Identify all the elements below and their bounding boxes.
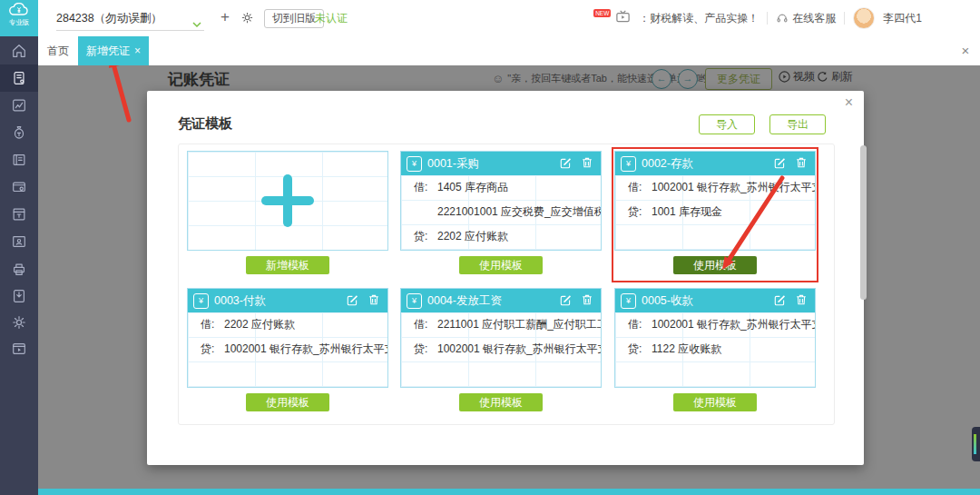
new-template-button[interactable]: 新增模板: [246, 256, 329, 274]
entry-text: 1122 应收账款: [652, 342, 721, 355]
bottom-accent-bar: [38, 489, 980, 495]
entry-text: 2211001 应付职工薪酬_应付职工工资: [437, 318, 601, 331]
sidebar-item-funds[interactable]: [0, 120, 38, 145]
edge-scroll-widget[interactable]: [972, 427, 980, 461]
sidebar-item-cashier[interactable]: [0, 202, 38, 227]
delete-template-icon[interactable]: [581, 293, 593, 309]
sidebar-item-invoice[interactable]: [0, 147, 38, 173]
card-title: 0002-存款: [642, 156, 693, 172]
delete-template-icon[interactable]: [581, 156, 593, 172]
use-template-button[interactable]: 使用模板: [459, 393, 543, 411]
ledger-grid: 借:1002001 银行存款_苏州银行太平支行 贷:1001 库存现金: [615, 175, 815, 250]
template-card[interactable]: ¥ 0002-存款 借:1002001 银行存款_苏州银行太平支行 贷:1001…: [614, 151, 816, 251]
delete-template-icon[interactable]: [795, 156, 808, 172]
new-badge: NEW: [593, 9, 611, 17]
card-header: ¥ 0005-收款: [615, 289, 815, 312]
tab-new-voucher-label: 新增凭证: [86, 44, 130, 59]
template-card[interactable]: ¥ 0003-付款 借:2202 应付账款 贷:1002001 银行存款_苏州银…: [187, 288, 388, 388]
template-cell-0004: ¥ 0004-发放工资 借:2211001 应付职工薪酬_应付职工工资 贷:10…: [400, 288, 602, 411]
entry-text: 2202 应付账款: [437, 230, 508, 243]
add-account-set-icon[interactable]: +: [220, 0, 230, 36]
money-bag-icon: [11, 124, 27, 141]
ledger-grid: 借:1002001 银行存款_苏州银行太平支行 贷:1122 应收账款: [615, 312, 815, 387]
sidebar-item-assets[interactable]: [0, 229, 38, 254]
sidebar-item-accounts[interactable]: [0, 174, 38, 200]
company-selector[interactable]: 284238（勿动误删）: [56, 0, 162, 36]
salary-template-icon: ¥: [407, 293, 422, 309]
card-header: ¥ 0004-发放工资: [401, 289, 601, 312]
sidebar-item-checkout[interactable]: [0, 283, 38, 309]
edit-template-icon[interactable]: [559, 293, 572, 309]
template-card[interactable]: ¥ 0001-采购 借:1405 库存商品 2221001001 应交税费_应交…: [400, 151, 602, 251]
new-template-card[interactable]: [187, 151, 388, 251]
entry-text: 1001 库存现金: [652, 205, 722, 218]
promo-text[interactable]: ：财税解读、产品实操！: [639, 11, 759, 26]
top-bar: 专业版 284238（勿动误删） + 切到旧版 未认证 NEW ：财税解读、产品…: [0, 0, 980, 37]
chart-icon: [11, 97, 27, 114]
plus-icon[interactable]: [188, 152, 387, 250]
use-template-button[interactable]: 使用模板: [246, 393, 329, 411]
delete-template-icon[interactable]: [795, 293, 808, 309]
sidebar-item-voucher[interactable]: [0, 64, 38, 92]
ledger-grid: 借:1405 库存商品 2221001001 应交税费_应交增值税_... 贷:…: [401, 175, 601, 250]
entry-text: 1002001 银行存款_苏州银行太平支行: [652, 318, 815, 331]
entry-text: 1002001 银行存款_苏州银行太平支行: [224, 342, 387, 355]
use-template-button[interactable]: 使用模板: [673, 393, 757, 411]
sidebar-item-tutorial[interactable]: [0, 336, 38, 361]
topbar-right-group: NEW ：财税解读、产品实操！ 在线客服 李四代1: [593, 0, 922, 36]
online-service-label: 在线客服: [792, 11, 836, 26]
sidebar-item-settings[interactable]: [0, 310, 38, 335]
divider: [767, 12, 768, 25]
sidebar-item-reports[interactable]: [0, 93, 38, 118]
sidebar-item-salary[interactable]: [0, 257, 38, 282]
atm-icon: [11, 206, 27, 223]
divider: [844, 12, 845, 25]
delete-template-icon[interactable]: [368, 293, 380, 309]
entry-text: 2221001001 应交税费_应交增值税_...: [437, 205, 601, 218]
app-logo[interactable]: 专业版: [0, 0, 38, 36]
receipt-template-icon: ¥: [621, 293, 636, 309]
logo-edition-label: 专业版: [0, 19, 38, 26]
card-title: 0005-收款: [642, 293, 693, 309]
tab-close-icon[interactable]: ×: [134, 45, 141, 57]
tab-home[interactable]: 首页: [38, 36, 78, 65]
edit-template-icon[interactable]: [773, 293, 786, 309]
edit-template-icon[interactable]: [773, 156, 786, 172]
dialog-close-icon[interactable]: ×: [845, 94, 853, 111]
avatar[interactable]: [853, 7, 875, 29]
entry-text: 1405 库存商品: [437, 181, 508, 193]
chevron-down-icon[interactable]: [192, 15, 201, 32]
export-button[interactable]: 导出: [769, 114, 826, 134]
template-card[interactable]: ¥ 0004-发放工资 借:2211001 应付职工薪酬_应付职工工资 贷:10…: [400, 288, 602, 388]
new-template-cell: 新增模板: [187, 151, 388, 274]
tab-new-voucher[interactable]: 新增凭证 ×: [78, 36, 149, 65]
payment-template-icon: ¥: [193, 293, 209, 309]
card-title: 0004-发放工资: [427, 293, 502, 309]
home-icon: [11, 43, 27, 59]
entry-text: 1002001 银行存款_苏州银行太平支行: [652, 181, 815, 193]
online-service[interactable]: 在线客服: [776, 11, 836, 26]
voucher-icon: [11, 70, 27, 86]
card-header: ¥ 0003-付款: [188, 289, 387, 312]
edit-template-icon[interactable]: [559, 156, 572, 172]
app-window: 专业版 284238（勿动误删） + 切到旧版 未认证 NEW ：财税解读、产品…: [0, 0, 980, 495]
dialog-title: 凭证模板: [178, 115, 232, 133]
edit-template-icon[interactable]: [346, 293, 358, 309]
entry-text: 1002001 银行存款_苏州银行太平支行: [437, 342, 601, 355]
video-window-icon: [11, 341, 27, 357]
sidebar-item-home[interactable]: [0, 38, 38, 64]
use-template-button[interactable]: 使用模板: [459, 256, 543, 274]
username-label[interactable]: 李四代1: [883, 11, 922, 26]
not-certified-label[interactable]: 未认证: [315, 0, 348, 36]
purchase-template-icon: ¥: [407, 156, 422, 172]
modal-scrollbar-thumb[interactable]: [860, 145, 867, 300]
template-card[interactable]: ¥ 0005-收款 借:1002001 银行存款_苏州银行太平支行 贷:1122…: [614, 288, 816, 388]
import-button[interactable]: 导入: [699, 114, 755, 134]
tv-icon[interactable]: [615, 9, 631, 27]
use-template-button[interactable]: 使用模板: [673, 256, 757, 274]
close-all-tabs-icon[interactable]: ×: [955, 36, 976, 65]
ledger-grid: 借:2202 应付账款 贷:1002001 银行存款_苏州银行太平支行: [188, 312, 387, 387]
gear-icon[interactable]: [240, 11, 254, 28]
company-underline: [56, 30, 204, 31]
headset-icon: [776, 12, 789, 25]
